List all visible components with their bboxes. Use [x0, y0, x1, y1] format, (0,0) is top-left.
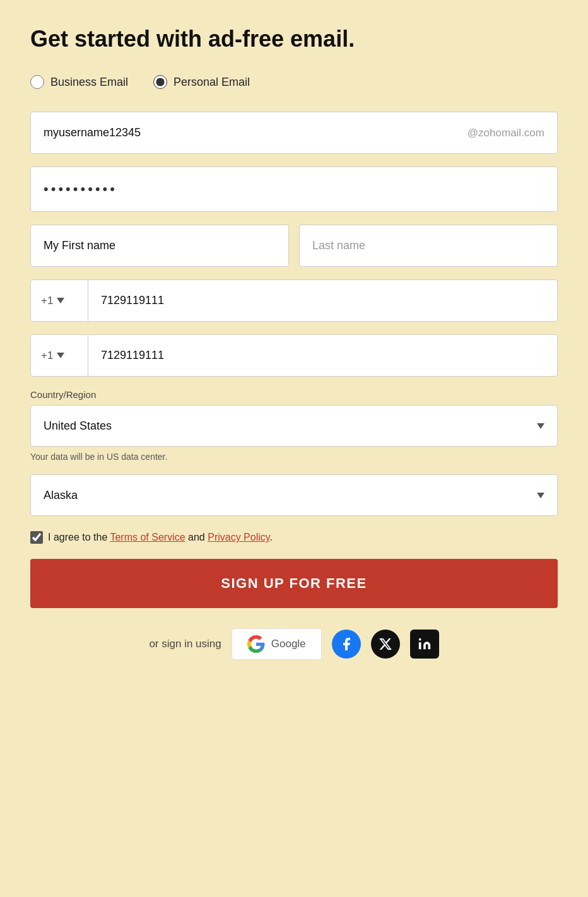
business-email-label: Business Email	[50, 76, 128, 89]
personal-email-option[interactable]: Personal Email	[153, 75, 250, 89]
twitter-icon	[379, 637, 392, 651]
secondary-country-code-label: +1	[41, 349, 53, 362]
last-name-input[interactable]	[300, 225, 557, 266]
personal-email-label: Personal Email	[173, 76, 250, 89]
secondary-country-chevron-icon	[57, 353, 64, 358]
facebook-icon	[339, 636, 354, 652]
business-email-radio[interactable]	[30, 75, 44, 89]
data-center-note: Your data will be in US data center.	[30, 452, 558, 462]
agree-checkbox[interactable]	[30, 531, 43, 544]
personal-email-radio[interactable]	[153, 75, 167, 89]
linkedin-icon	[418, 637, 432, 651]
password-input[interactable]	[31, 167, 557, 211]
secondary-phone-country-wrap: +1	[31, 335, 88, 376]
password-field-wrap	[30, 167, 558, 212]
state-chevron-icon	[537, 493, 544, 498]
agree-row: I agree to the Terms of Service and Priv…	[30, 531, 558, 544]
country-select-wrap: United States United Kingdom Canada Aust…	[30, 405, 558, 447]
page-title: Get started with ad-free email.	[30, 25, 558, 52]
primary-country-code-button[interactable]: +1	[31, 295, 88, 307]
state-select-wrap: Alaska Alabama Arizona California New Yo…	[30, 474, 558, 516]
secondary-phone-row: +1	[30, 334, 558, 377]
google-icon	[247, 635, 265, 653]
first-name-field-wrap	[30, 225, 289, 267]
primary-phone-country-wrap: +1	[31, 280, 88, 321]
secondary-country-code-button[interactable]: +1	[31, 349, 88, 362]
business-email-option[interactable]: Business Email	[30, 75, 128, 89]
country-label: Country/Region	[30, 389, 558, 400]
country-chevron-icon	[537, 423, 544, 429]
facebook-signin-button[interactable]	[332, 630, 361, 659]
country-select[interactable]: United States United Kingdom Canada Aust…	[44, 406, 544, 446]
google-label: Google	[271, 638, 306, 650]
primary-phone-row: +1	[30, 279, 558, 322]
terms-link[interactable]: Terms of Service	[110, 532, 185, 542]
username-field-wrap: @zohomail.com	[30, 112, 558, 154]
twitter-signin-button[interactable]	[371, 630, 400, 659]
email-type-group: Business Email Personal Email	[30, 75, 558, 89]
state-select[interactable]: Alaska Alabama Arizona California New Yo…	[44, 475, 537, 515]
first-name-input[interactable]	[31, 225, 288, 266]
last-name-field-wrap	[299, 225, 558, 267]
privacy-link[interactable]: Privacy Policy	[208, 532, 269, 542]
agree-text: I agree to the Terms of Service and Priv…	[48, 532, 273, 543]
domain-suffix: @zohomail.com	[467, 127, 557, 139]
signup-button[interactable]: SIGN UP FOR FREE	[30, 559, 558, 608]
username-input[interactable]	[31, 112, 467, 153]
name-row	[30, 225, 558, 267]
primary-country-code-label: +1	[41, 295, 53, 307]
primary-phone-input[interactable]	[88, 280, 557, 321]
google-signin-button[interactable]: Google	[232, 628, 322, 660]
svg-point-0	[418, 638, 421, 641]
linkedin-signin-button[interactable]	[410, 630, 439, 659]
social-row: or sign in using Google	[30, 628, 558, 660]
or-text: or sign in using	[149, 638, 221, 650]
primary-country-chevron-icon	[57, 298, 64, 303]
secondary-phone-input[interactable]	[88, 335, 557, 376]
